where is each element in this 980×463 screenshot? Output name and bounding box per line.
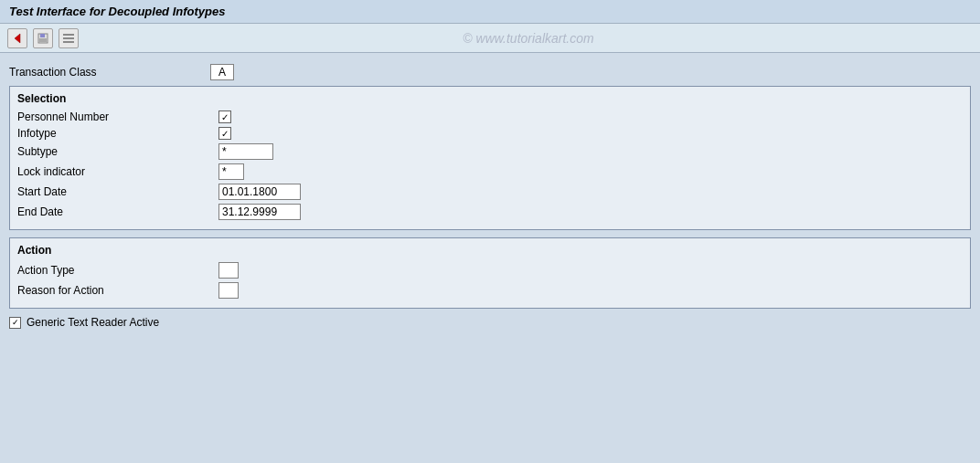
svg-rect-2 (40, 34, 45, 37)
reason-for-action-row: Reason for Action (17, 282, 963, 299)
end-date-input[interactable] (218, 204, 301, 220)
main-content: Transaction Class Selection Personnel Nu… (0, 53, 980, 336)
svg-marker-0 (15, 34, 20, 43)
transaction-class-row: Transaction Class (9, 64, 971, 80)
svg-rect-3 (39, 38, 47, 42)
subtype-row: Subtype (17, 143, 963, 160)
action-type-row: Action Type (17, 262, 963, 279)
selection-section: Selection Personnel Number Infotype Subt… (9, 86, 971, 230)
subtype-input[interactable] (218, 143, 273, 160)
subtype-label: Subtype (17, 145, 218, 158)
start-date-row: Start Date (17, 184, 963, 200)
infotype-label: Infotype (17, 127, 218, 140)
lock-indicator-input[interactable] (218, 163, 244, 180)
personnel-number-checkbox[interactable] (218, 110, 231, 123)
svg-rect-4 (63, 34, 74, 36)
transaction-class-label: Transaction Class (9, 66, 210, 79)
selection-section-title: Selection (17, 92, 963, 105)
end-date-label: End Date (17, 205, 218, 218)
action-section-title: Action (17, 244, 963, 257)
infotype-row: Infotype (17, 127, 963, 140)
start-date-label: Start Date (17, 185, 218, 198)
title-bar: Test Interface for Decoupled Infotypes (0, 0, 980, 24)
toolbar: © www.tutorialkart.com (0, 24, 980, 53)
generic-text-reader-label: Generic Text Reader Active (27, 316, 159, 329)
bottom-bar: Generic Text Reader Active (9, 316, 971, 329)
settings-icon[interactable] (59, 28, 79, 48)
action-section: Action Action Type Reason for Action (9, 237, 971, 309)
personnel-number-row: Personnel Number (17, 110, 963, 123)
reason-for-action-input[interactable] (218, 282, 239, 299)
svg-rect-6 (63, 41, 74, 43)
transaction-class-input[interactable] (210, 64, 234, 80)
title-text: Test Interface for Decoupled Infotypes (9, 5, 225, 18)
action-type-input[interactable] (218, 262, 239, 279)
svg-rect-5 (63, 37, 74, 39)
lock-indicator-row: Lock indicator (17, 163, 963, 180)
action-type-label: Action Type (17, 264, 218, 277)
generic-text-reader-checkbox[interactable] (9, 317, 21, 329)
reason-for-action-label: Reason for Action (17, 284, 218, 297)
save-icon[interactable] (33, 28, 53, 48)
back-icon[interactable] (7, 28, 27, 48)
lock-indicator-label: Lock indicator (17, 165, 218, 178)
infotype-checkbox[interactable] (218, 127, 231, 140)
watermark: © www.tutorialkart.com (84, 31, 973, 46)
start-date-input[interactable] (218, 184, 301, 200)
personnel-number-label: Personnel Number (17, 110, 218, 123)
end-date-row: End Date (17, 204, 963, 220)
